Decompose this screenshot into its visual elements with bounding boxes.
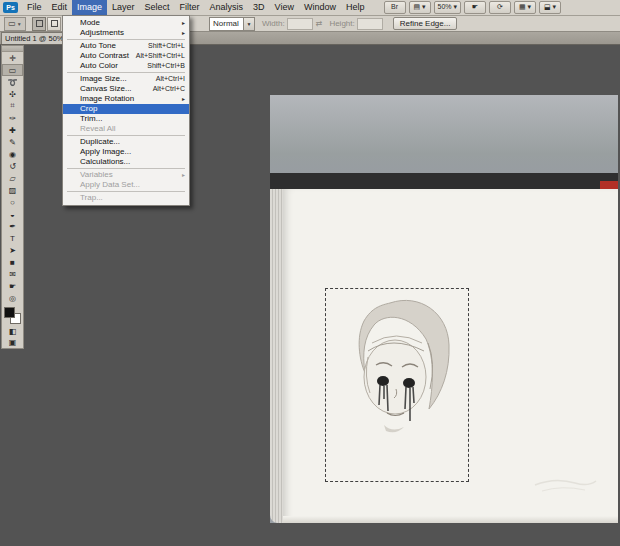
shape-tool[interactable]: ■ [2, 256, 23, 268]
submenu-arrow-icon: ▸ [179, 170, 185, 180]
style-select[interactable]: Normal ▼ [209, 17, 255, 31]
height-field [357, 18, 383, 30]
image-menu-item-canvas-size[interactable]: Canvas Size...Alt+Ctrl+C [63, 84, 189, 94]
menu-separator [67, 39, 185, 40]
menubar-item-select[interactable]: Select [140, 0, 175, 15]
dodge-tool[interactable]: ◒ [2, 208, 23, 220]
refine-edge-button[interactable]: Refine Edge... [393, 17, 458, 30]
image-menu-item-auto-contrast[interactable]: Auto ContrastAlt+Shift+Ctrl+L [63, 51, 189, 61]
image-menu-item-image-size[interactable]: Image Size...Alt+Ctrl+I [63, 74, 189, 84]
selection-marquee[interactable] [325, 288, 469, 482]
image-menu-item-image-rotation[interactable]: Image Rotation▸ [63, 94, 189, 104]
document-image[interactable] [270, 95, 618, 523]
page-bottom-edge [283, 516, 618, 523]
screen-mode-button[interactable]: ⬓ ▾ [539, 1, 561, 14]
image-menu-item-trim[interactable]: Trim... [63, 114, 189, 124]
image-menu-item-calculations[interactable]: Calculations... [63, 157, 189, 167]
toolbox-tools: ✛▭➰✣⌗✑✚✎◉↺▱▨○◒✒T➤■✉☛◎ [2, 52, 23, 304]
height-label: Height: [329, 19, 354, 28]
brush-tool[interactable]: ✎ [2, 136, 23, 148]
menu-shortcut: Alt+Ctrl+I [156, 74, 185, 84]
eyedropper-tool[interactable]: ✑ [2, 112, 23, 124]
menu-shortcut: Alt+Shift+Ctrl+L [136, 51, 185, 61]
history-brush-tool[interactable]: ↺ [2, 160, 23, 172]
menubar-item-analysis[interactable]: Analysis [205, 0, 249, 15]
image-menu: Mode▸Adjustments▸Auto ToneShift+Ctrl+LAu… [62, 15, 190, 206]
menubar-item-filter[interactable]: Filter [175, 0, 205, 15]
photo-red-object [600, 181, 618, 189]
notes-tool[interactable]: ✉ [2, 268, 23, 280]
image-menu-item-apply-data-set: Apply Data Set... [63, 180, 189, 190]
menu-shortcut: Shift+Ctrl+B [147, 61, 185, 71]
menu-shortcut: Alt+Ctrl+C [153, 84, 185, 94]
image-menu-item-trap: Trap... [63, 193, 189, 203]
pen-tool[interactable]: ✒ [2, 220, 23, 232]
healing-brush-tool[interactable]: ✚ [2, 124, 23, 136]
gradient-tool[interactable]: ▨ [2, 184, 23, 196]
toolbox-panel: ✛▭➰✣⌗✑✚✎◉↺▱▨○◒✒T➤■✉☛◎ ◧ ▣ [1, 45, 24, 349]
menubar-item-layer[interactable]: Layer [107, 0, 140, 15]
type-tool[interactable]: T [2, 232, 23, 244]
rectangular-marquee-tool[interactable]: ▭ [2, 64, 23, 76]
submenu-arrow-icon: ▸ [179, 18, 185, 28]
sketchbook-page-edges [270, 189, 283, 523]
tool-preset-picker[interactable]: ▭ ▼ [4, 17, 26, 31]
menubar-item-image[interactable]: Image [72, 0, 107, 15]
style-value: Normal [210, 19, 243, 28]
image-menu-item-auto-color[interactable]: Auto ColorShift+Ctrl+B [63, 61, 189, 71]
rotate-view-button[interactable]: ⟳ [489, 1, 511, 14]
image-menu-item-variables: Variables▸ [63, 170, 189, 180]
marquee-tool-icon: ▭ [8, 19, 16, 28]
crop-tool[interactable]: ⌗ [2, 100, 23, 112]
swap-dimensions-icon: ⇄ [316, 19, 323, 28]
image-menu-item-auto-tone[interactable]: Auto ToneShift+Ctrl+L [63, 41, 189, 51]
eraser-tool[interactable]: ▱ [2, 172, 23, 184]
arrange-documents-button[interactable]: ▦ ▾ [514, 1, 536, 14]
new-selection-button[interactable] [32, 17, 46, 31]
launch-bridge-button[interactable]: Br [384, 1, 406, 14]
foreground-color-swatch[interactable] [4, 307, 15, 318]
image-menu-item-adjustments[interactable]: Adjustments▸ [63, 28, 189, 38]
photoshop-window: Ps FileEditImageLayerSelectFilterAnalysi… [0, 0, 620, 546]
zoom-level-button[interactable]: 50% ▾ [434, 1, 461, 14]
photo-shelf-shadow [270, 173, 618, 190]
submenu-arrow-icon: ▸ [179, 94, 185, 104]
menu-separator [67, 168, 185, 169]
quick-selection-tool[interactable]: ✣ [2, 88, 23, 100]
menu-bar: Ps FileEditImageLayerSelectFilterAnalysi… [0, 0, 620, 16]
hand-tool[interactable]: ☛ [2, 280, 23, 292]
image-menu-item-duplicate[interactable]: Duplicate... [63, 137, 189, 147]
chevron-down-icon: ▼ [17, 21, 22, 27]
quick-mask-button[interactable]: ◧ [2, 326, 23, 337]
lasso-tool[interactable]: ➰ [2, 76, 23, 88]
blur-tool[interactable]: ○ [2, 196, 23, 208]
menubar-item-edit[interactable]: Edit [47, 0, 73, 15]
photoshop-logo-icon: Ps [3, 2, 18, 13]
add-to-selection-button[interactable] [47, 17, 61, 31]
view-extras-button[interactable]: ▤ ▾ [409, 1, 431, 14]
menu-separator [67, 72, 185, 73]
menu-shortcut: Shift+Ctrl+L [148, 41, 185, 51]
zoom-tool[interactable]: ◎ [2, 292, 23, 304]
clone-stamp-tool[interactable]: ◉ [2, 148, 23, 160]
hand-pan-button[interactable]: ☛ [464, 1, 486, 14]
width-field [287, 18, 313, 30]
move-tool[interactable]: ✛ [2, 52, 23, 64]
submenu-arrow-icon: ▸ [179, 28, 185, 38]
image-menu-item-apply-image[interactable]: Apply Image... [63, 147, 189, 157]
image-menu-item-crop[interactable]: Crop [63, 104, 189, 114]
menubar-item-file[interactable]: File [22, 0, 47, 15]
menubar-item-help[interactable]: Help [341, 0, 370, 15]
path-selection-tool[interactable]: ➤ [2, 244, 23, 256]
menubar-item-window[interactable]: Window [299, 0, 341, 15]
color-swatches [2, 306, 23, 326]
screen-mode-toggle-button[interactable]: ▣ [2, 337, 23, 348]
image-menu-item-mode[interactable]: Mode▸ [63, 18, 189, 28]
menu-separator [67, 135, 185, 136]
app-bar: Br▤ ▾50% ▾☛⟳▦ ▾⬓ ▾ [384, 1, 561, 14]
menubar-item-3d[interactable]: 3D [248, 0, 270, 15]
menubar-item-view[interactable]: View [270, 0, 299, 15]
pencil-smudges [530, 465, 600, 495]
image-menu-item-reveal-all: Reveal All [63, 124, 189, 134]
chevron-down-icon: ▼ [243, 18, 254, 30]
